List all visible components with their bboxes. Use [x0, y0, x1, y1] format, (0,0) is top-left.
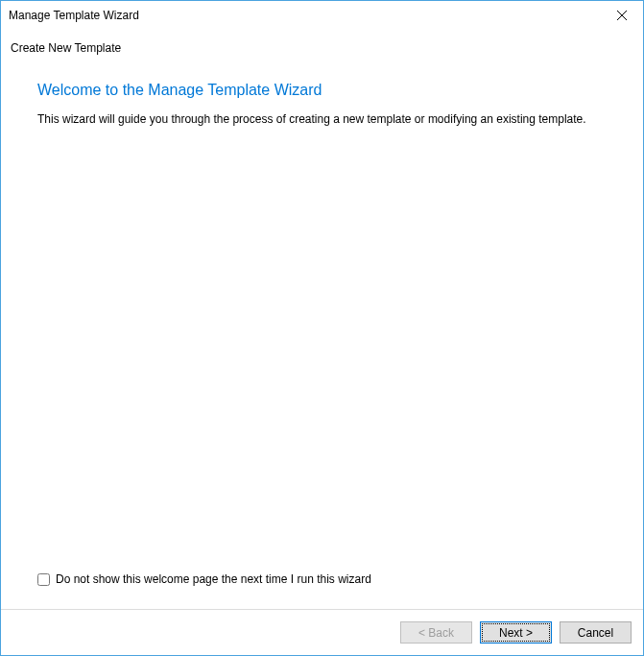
welcome-body: This wizard will guide you through the p… [37, 112, 616, 126]
window-title: Manage Template Wizard [9, 9, 139, 22]
button-row: < Back Next > Cancel [1, 610, 643, 655]
next-button[interactable]: Next > [480, 621, 552, 644]
back-button: < Back [400, 621, 472, 644]
cancel-button[interactable]: Cancel [560, 621, 632, 644]
dont-show-again-label: Do not show this welcome page the next t… [56, 572, 371, 586]
dont-show-again-checkbox[interactable] [37, 573, 50, 586]
close-button[interactable] [600, 1, 643, 30]
wizard-subtitle: Create New Template [1, 30, 643, 62]
welcome-heading: Welcome to the Manage Template Wizard [37, 82, 616, 99]
titlebar: Manage Template Wizard [1, 1, 643, 30]
content-spacer [37, 126, 616, 567]
wizard-content: Welcome to the Manage Template Wizard Th… [1, 62, 643, 609]
wizard-window: Manage Template Wizard Create New Templa… [0, 0, 644, 656]
dont-show-again-row[interactable]: Do not show this welcome page the next t… [37, 567, 616, 599]
close-icon [617, 11, 627, 20]
